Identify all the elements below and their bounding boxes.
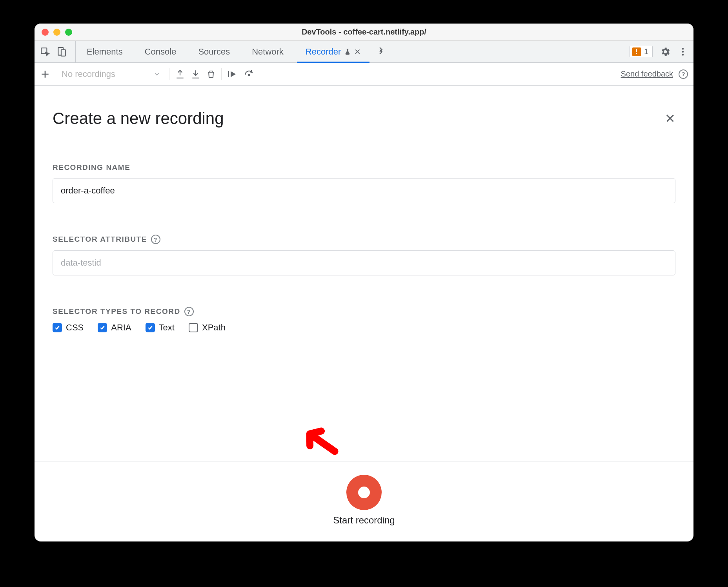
warning-icon: ! [632, 47, 641, 56]
close-window-icon[interactable] [42, 29, 49, 36]
titlebar: DevTools - coffee-cart.netlify.app/ [35, 24, 693, 41]
chevron-down-icon [153, 71, 160, 78]
selector-types-row: CSS ARIA Text XPath [53, 323, 675, 333]
flask-icon [344, 48, 351, 55]
help-icon[interactable]: ? [679, 69, 688, 79]
import-icon[interactable] [191, 69, 201, 79]
send-feedback-link[interactable]: Send feedback [621, 69, 673, 78]
help-icon[interactable]: ? [184, 307, 194, 316]
traffic-lights [42, 29, 72, 36]
step-icon[interactable] [244, 69, 255, 79]
svg-point-6 [248, 74, 250, 76]
page-heading: Create a new recording [53, 109, 224, 128]
device-toggle-icon[interactable] [56, 47, 67, 57]
svg-rect-2 [61, 49, 66, 56]
svg-point-5 [682, 54, 684, 55]
settings-gear-icon[interactable] [660, 46, 671, 57]
svg-point-4 [682, 51, 684, 52]
maximize-window-icon[interactable] [65, 29, 72, 36]
tab-console[interactable]: Console [134, 41, 187, 62]
checkbox-icon [189, 323, 198, 332]
tab-network[interactable]: Network [241, 41, 295, 62]
checkbox-icon [98, 323, 107, 332]
recording-name-input[interactable] [53, 178, 675, 203]
close-tab-icon[interactable]: ✕ [354, 47, 361, 57]
devtools-tabbar: Elements Console Sources Network Recorde… [35, 41, 693, 63]
new-recording-icon[interactable] [40, 69, 50, 79]
kebab-menu-icon[interactable] [678, 47, 688, 57]
replay-icon[interactable] [227, 69, 238, 79]
start-recording-button[interactable] [346, 475, 382, 510]
tab-recorder[interactable]: Recorder ✕ [295, 41, 372, 62]
annotation-arrow-icon [298, 418, 340, 463]
footer: Start recording [35, 461, 693, 541]
issues-count: 1 [644, 47, 648, 56]
checkbox-css[interactable]: CSS [53, 323, 84, 333]
record-dot-icon [358, 487, 370, 498]
recorder-toolbar: No recordings Send feedback ? [35, 63, 693, 86]
more-tabs-icon[interactable] [372, 47, 390, 56]
svg-point-3 [682, 48, 684, 49]
selector-attribute-label: SELECTOR ATTRIBUTE ? [53, 235, 675, 244]
checkbox-aria[interactable]: ARIA [98, 323, 131, 333]
minimize-window-icon[interactable] [53, 29, 60, 36]
selector-types-label: SELECTOR TYPES TO RECORD ? [53, 307, 675, 316]
close-icon[interactable]: ✕ [665, 111, 675, 126]
delete-icon[interactable] [206, 69, 216, 79]
recording-name-label: RECORDING NAME [53, 163, 675, 172]
recordings-dropdown[interactable]: No recordings [62, 69, 164, 79]
dropdown-placeholder: No recordings [62, 69, 115, 79]
devtools-window: DevTools - coffee-cart.netlify.app/ Elem… [35, 24, 693, 541]
window-title: DevTools - coffee-cart.netlify.app/ [35, 27, 693, 36]
tab-elements[interactable]: Elements [76, 41, 134, 62]
checkbox-text[interactable]: Text [146, 323, 175, 333]
inspect-element-icon[interactable] [40, 47, 50, 57]
checkbox-icon [146, 323, 155, 332]
tab-sources[interactable]: Sources [187, 41, 241, 62]
checkbox-xpath[interactable]: XPath [189, 323, 226, 333]
recorder-content: Create a new recording ✕ RECORDING NAME … [35, 86, 693, 461]
selector-attribute-input[interactable] [53, 250, 675, 275]
export-icon[interactable] [175, 69, 185, 79]
checkbox-icon [53, 323, 62, 332]
start-recording-label: Start recording [333, 515, 395, 526]
issues-badge[interactable]: ! 1 [630, 46, 653, 57]
help-icon[interactable]: ? [151, 235, 160, 244]
